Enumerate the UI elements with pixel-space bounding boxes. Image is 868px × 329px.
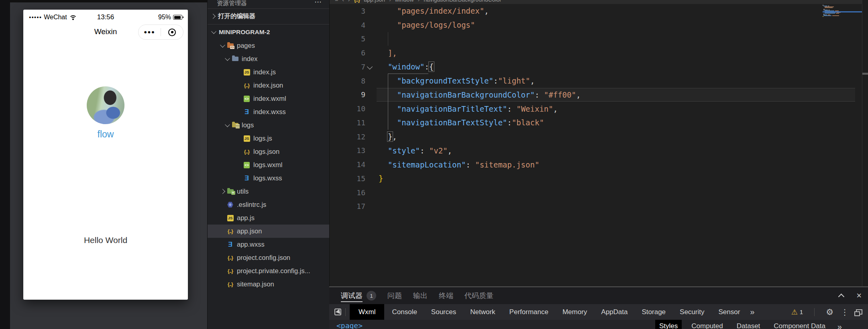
chevron-down-icon: [221, 269, 224, 273]
tree-item-logs-js[interactable]: JSlogs.js: [207, 132, 329, 145]
tree-item-logs-wxss[interactable]: Ǝlogs.wxss: [207, 172, 329, 185]
warning-indicator[interactable]: ⚠1: [791, 309, 803, 315]
more-tabs-icon[interactable]: »: [750, 307, 754, 317]
close-panel-icon[interactable]: ×: [856, 292, 862, 300]
devtools-tab-network[interactable]: Network: [464, 304, 501, 320]
tree-item-index[interactable]: index: [207, 52, 329, 65]
tree-item-logs[interactable]: logs: [207, 119, 329, 132]
user-nickname[interactable]: flow: [23, 129, 188, 140]
file-tree: pagesindexJSindex.js{..}index.json<>inde…: [207, 39, 329, 291]
file-label: logs.wxss: [253, 174, 282, 182]
panel-tab-调试器[interactable]: 调试器1: [341, 287, 376, 304]
exit-miniprogram-button[interactable]: [161, 29, 183, 36]
devtools-tab-memory[interactable]: Memory: [556, 304, 593, 320]
tree-item-index-wxss[interactable]: Ǝindex.wxss: [207, 105, 329, 119]
code-line-14[interactable]: 14"sitemapLocation": "sitemap.json": [329, 157, 856, 172]
tree-item-app-wxss[interactable]: Ǝapp.wxss: [207, 238, 329, 251]
chevron-down-icon[interactable]: [220, 43, 225, 48]
tree-item-logs-json[interactable]: {..}logs.json: [207, 145, 329, 158]
user-avatar[interactable]: [87, 86, 124, 124]
devtools-tab-appdata[interactable]: AppData: [595, 304, 634, 320]
minimap[interactable]: [823, 5, 862, 18]
wxml-icon: <>: [243, 161, 250, 168]
tree-item-logs-wxml[interactable]: <>logs.wxml: [207, 158, 329, 172]
code-line-17[interactable]: 17: [329, 200, 856, 214]
line-number: 8: [337, 77, 365, 85]
tree-item-sitemap-json[interactable]: {..}sitemap.json: [207, 278, 329, 291]
carrier-label: WeChat: [44, 14, 67, 21]
gear-icon[interactable]: ⚙: [826, 307, 833, 317]
code-lines: 3"pages/index/index",4"pages/logs/logs"5…: [329, 0, 862, 286]
tree-item-pages[interactable]: pages: [207, 39, 329, 52]
code-line-5[interactable]: 5: [329, 32, 856, 46]
chevron-down-icon[interactable]: [225, 122, 230, 127]
code-line-12[interactable]: 12},: [329, 130, 856, 144]
tree-item-app-js[interactable]: JSapp.js: [207, 211, 329, 225]
code-line-11[interactable]: 11"navigationBarTextStyle":"black": [329, 116, 856, 130]
code-line-10[interactable]: 10"navigationBarTitleText": "Weixin",: [329, 102, 856, 116]
style-tab-dataset[interactable]: Dataset: [733, 320, 764, 329]
style-tab-styles[interactable]: Styles: [655, 320, 682, 329]
code-text: "pages/index/index",: [397, 4, 489, 18]
js-icon: JS: [243, 135, 250, 142]
code-line-3[interactable]: 3"pages/index/index",: [329, 4, 856, 18]
code-line-4[interactable]: 4"pages/logs/logs": [329, 18, 856, 32]
panel-tab-代码质量[interactable]: 代码质量: [465, 287, 493, 304]
chevron-down-icon[interactable]: [225, 56, 230, 61]
tree-item-project-private-config-js-[interactable]: {..}project.private.config.js...: [207, 264, 329, 278]
file-label: utils: [237, 188, 249, 195]
open-editors-section[interactable]: 打开的编辑器: [207, 9, 329, 24]
file-label: index.json: [253, 82, 283, 89]
code-line-9[interactable]: 9"navigationBarBackgroundColor": "#ff00"…: [329, 88, 856, 102]
tree-item-project-config-json[interactable]: {..}project.config.json: [207, 251, 329, 264]
undock-window-icon[interactable]: [856, 309, 862, 315]
tree-item-index-json[interactable]: {..}index.json: [207, 79, 329, 92]
style-tab-computed[interactable]: Computed: [687, 320, 727, 329]
collapse-panel-icon[interactable]: [838, 293, 845, 300]
devtools-tab-sensor[interactable]: Sensor: [712, 304, 746, 320]
inspect-element-icon[interactable]: [334, 309, 341, 315]
code-line-6[interactable]: 6],: [329, 46, 856, 60]
wxml-node[interactable]: <page>: [336, 321, 363, 329]
explorer-header: 资源管理器 ⋯: [207, 0, 329, 8]
tree-item-app-json[interactable]: {..}app.json: [207, 225, 329, 238]
devtools-tab-wxml[interactable]: Wxml: [350, 304, 384, 320]
more-horizontal-icon[interactable]: ⋯: [314, 0, 322, 6]
line-number: 5: [337, 35, 365, 43]
chevron-right-icon[interactable]: [220, 189, 225, 194]
project-root-item[interactable]: MINIPROGRAM-2: [207, 25, 329, 39]
divider: [207, 24, 329, 25]
code-line-13[interactable]: 13"style": "v2",: [329, 144, 856, 158]
devtools-tab-performance[interactable]: Performance: [503, 304, 555, 320]
tree-item--eslintrc-js[interactable]: .eslintrc.js: [207, 198, 329, 211]
kebab-menu-icon[interactable]: ⋮: [841, 307, 849, 317]
devtools-tab-console[interactable]: Console: [385, 304, 423, 320]
code-line-15[interactable]: 15}: [329, 172, 856, 186]
file-label: project.private.config.js...: [237, 267, 310, 275]
wxss-icon: Ǝ: [243, 108, 250, 115]
chevron-down-icon: [221, 216, 224, 220]
style-tab-component-data[interactable]: Component Data: [770, 320, 829, 329]
code-line-7[interactable]: 7"window":{: [329, 60, 856, 74]
devtools-tab-security[interactable]: Security: [673, 304, 711, 320]
panel-tab-问题[interactable]: 问题: [387, 287, 402, 304]
battery-icon: [173, 15, 182, 20]
panel-tab-输出[interactable]: 输出: [413, 287, 428, 304]
tree-item-index-wxml[interactable]: <>index.wxml: [207, 92, 329, 105]
code-line-8[interactable]: 8"backgroundTextStyle":"light",: [329, 74, 856, 88]
tree-item-index-js[interactable]: JSindex.js: [207, 65, 329, 79]
panel-tab-终端[interactable]: 终端: [439, 287, 453, 304]
fold-chevron-icon[interactable]: [367, 64, 373, 69]
devtools-tab-storage[interactable]: Storage: [636, 304, 672, 320]
style-tabbar: StylesComputedDatasetComponent Data»: [655, 320, 842, 329]
devtools-tab-sources[interactable]: Sources: [425, 304, 463, 320]
more-menu-button[interactable]: •••: [139, 26, 161, 38]
capsule-menu: •••: [138, 25, 183, 40]
code-line-16[interactable]: 16: [329, 186, 856, 200]
file-label: index.wxss: [253, 108, 286, 116]
code-text: "pages/logs/logs": [397, 18, 475, 32]
more-style-tabs-icon[interactable]: »: [837, 320, 842, 329]
panel-tab-label: 输出: [413, 287, 428, 304]
scrollbar-thumb[interactable]: [862, 73, 868, 75]
tree-item-utils[interactable]: utils: [207, 185, 329, 198]
